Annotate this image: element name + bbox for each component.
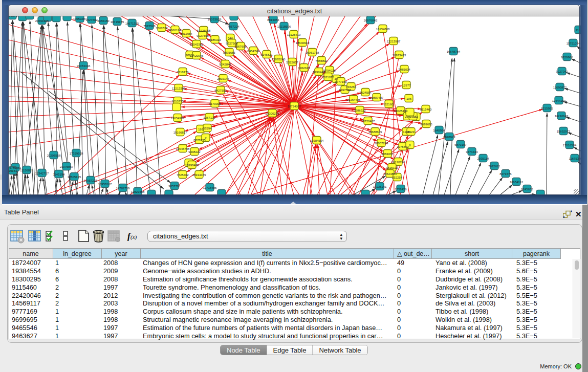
svg-text:10688609: 10688609 — [368, 130, 382, 134]
svg-text:8912954: 8912954 — [180, 32, 192, 35]
svg-text:8938923: 8938923 — [443, 136, 455, 139]
svg-text:17957225: 17957225 — [84, 179, 98, 182]
svg-text:6879197: 6879197 — [454, 143, 467, 146]
svg-text:2935114: 2935114 — [477, 157, 490, 160]
svg-text:10653287: 10653287 — [73, 17, 87, 20]
svg-text:16961758: 16961758 — [306, 51, 319, 54]
svg-text:9498222: 9498222 — [188, 150, 201, 154]
svg-text:13716485: 13716485 — [203, 186, 217, 189]
svg-text:7625402: 7625402 — [177, 173, 189, 177]
svg-text:9084067: 9084067 — [381, 152, 394, 156]
svg-text:16782759: 16782759 — [116, 187, 130, 190]
svg-text:9115460: 9115460 — [420, 108, 432, 111]
svg-text:16914479: 16914479 — [192, 173, 206, 177]
svg-text:10046798: 10046798 — [176, 147, 190, 150]
svg-text:546: 546 — [228, 37, 233, 40]
svg-text:9242848: 9242848 — [219, 63, 231, 66]
svg-text:10993489: 10993489 — [185, 164, 199, 167]
svg-text:7485004: 7485004 — [398, 68, 410, 71]
svg-text:9327508: 9327508 — [197, 34, 209, 37]
svg-text:16154808: 16154808 — [376, 28, 390, 31]
svg-text:196: 196 — [406, 97, 412, 100]
svg-text:10807487: 10807487 — [370, 96, 384, 99]
svg-text:15720407: 15720407 — [361, 120, 375, 123]
svg-text:10719155: 10719155 — [111, 20, 124, 24]
svg-text:8660124: 8660124 — [169, 29, 181, 32]
svg-text:19384554: 19384554 — [310, 139, 324, 142]
svg-text:20206558: 20206558 — [47, 154, 61, 157]
svg-text:7515526: 7515526 — [143, 25, 156, 28]
svg-text:22420046: 22420046 — [190, 54, 204, 57]
svg-text:7632621: 7632621 — [488, 165, 500, 168]
svg-text:(x): (x) — [130, 234, 137, 240]
svg-text:2718176: 2718176 — [177, 71, 189, 74]
svg-text:3624554: 3624554 — [359, 91, 372, 94]
svg-text:7857224: 7857224 — [227, 25, 239, 28]
svg-text:9329966: 9329966 — [561, 56, 573, 59]
svg-text:17359928: 17359928 — [70, 152, 83, 155]
svg-text:6466160: 6466160 — [97, 19, 110, 23]
svg-text:1117: 1117 — [576, 29, 580, 32]
svg-text:39151: 39151 — [9, 169, 17, 172]
svg-text:252254: 252254 — [392, 176, 403, 179]
svg-text:746266: 746266 — [346, 85, 357, 89]
svg-text:10973493: 10973493 — [393, 54, 406, 57]
svg-text:18724007: 18724007 — [288, 105, 301, 108]
svg-text:21364436: 21364436 — [347, 98, 361, 101]
svg-text:1640954: 1640954 — [433, 129, 445, 132]
svg-text:8186323: 8186323 — [209, 38, 221, 41]
svg-text:3267130: 3267130 — [203, 116, 215, 119]
svg-text:53594: 53594 — [203, 127, 212, 130]
svg-text:9146821: 9146821 — [260, 53, 273, 56]
svg-text:53226058: 53226058 — [197, 29, 211, 32]
svg-text:1957: 1957 — [409, 115, 417, 118]
svg-text:62160: 62160 — [385, 103, 394, 106]
svg-text:6497568: 6497568 — [339, 89, 351, 92]
svg-text:4170006: 4170006 — [209, 102, 221, 105]
svg-text:15885240: 15885240 — [272, 58, 286, 61]
svg-text:8215955: 8215955 — [541, 107, 553, 110]
svg-text:19654983: 19654983 — [171, 117, 185, 120]
svg-text:1615132: 1615132 — [386, 166, 398, 169]
svg-text:7955812: 7955812 — [315, 59, 328, 62]
svg-text:6794028: 6794028 — [323, 69, 336, 72]
svg-text:12505135: 12505135 — [68, 176, 81, 179]
svg-text:12823468: 12823468 — [131, 190, 145, 193]
svg-text:10654112: 10654112 — [510, 181, 524, 184]
svg-text:11156829: 11156829 — [20, 169, 33, 172]
svg-text:14055714: 14055714 — [9, 16, 19, 17]
svg-text:14136141: 14136141 — [373, 185, 387, 188]
svg-text:20691406: 20691406 — [35, 19, 49, 23]
svg-text:16543382: 16543382 — [190, 43, 204, 46]
svg-text:9245652: 9245652 — [521, 188, 533, 191]
svg-text:19166827: 19166827 — [173, 131, 187, 134]
svg-text:9777169: 9777169 — [335, 80, 347, 83]
svg-text:15692971: 15692971 — [557, 130, 571, 133]
svg-text:16671355: 16671355 — [125, 22, 139, 25]
svg-text:20876842: 20876842 — [364, 19, 378, 22]
svg-text:23975867: 23975867 — [60, 165, 74, 168]
svg-text:1621072: 1621072 — [322, 76, 334, 79]
svg-text:8813054: 8813054 — [267, 18, 279, 21]
svg-text:19218506: 19218506 — [277, 25, 291, 28]
svg-text:10958167: 10958167 — [98, 183, 112, 186]
svg-text:1362615: 1362615 — [298, 67, 310, 70]
svg-text:1167534: 1167534 — [569, 157, 580, 160]
svg-text:7663822: 7663822 — [156, 27, 168, 30]
svg-text:12977: 12977 — [402, 84, 411, 87]
svg-text:9699695: 9699695 — [420, 123, 432, 126]
svg-text:12342757: 12342757 — [35, 172, 49, 175]
svg-text:12444154: 12444154 — [552, 99, 566, 102]
svg-text:2803144: 2803144 — [217, 77, 229, 80]
svg-text:16524861: 16524861 — [383, 172, 397, 176]
svg-text:9474444: 9474444 — [466, 150, 478, 154]
svg-text:15751074: 15751074 — [567, 42, 580, 45]
svg-text:1975692: 1975692 — [397, 145, 409, 148]
svg-text:7986322: 7986322 — [354, 109, 366, 112]
svg-text:1527602: 1527602 — [85, 18, 98, 21]
svg-text:10025433: 10025433 — [394, 110, 408, 113]
svg-text:13125419: 13125419 — [287, 33, 301, 36]
svg-text:12093872: 12093872 — [553, 86, 567, 89]
svg-text:18640910: 18640910 — [296, 41, 310, 45]
svg-text:8471676: 8471676 — [499, 172, 512, 176]
